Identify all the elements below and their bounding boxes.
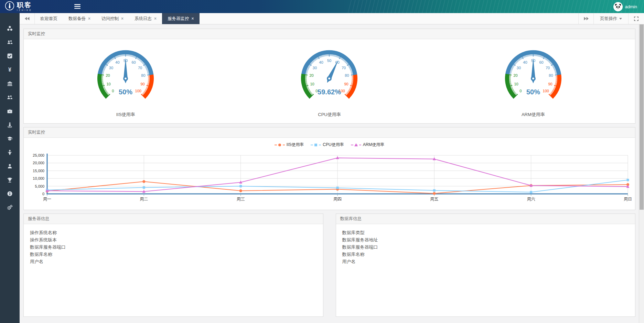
sidebar: ¥ [0,13,20,323]
sidebar-item-street-view[interactable] [0,118,20,132]
tab-label: 服务器监控 [168,16,189,22]
db-info-title: 数据库信息 [336,214,635,224]
db-info-item: 数据库服务器地址 [342,236,629,243]
tab-close-icon[interactable]: × [192,17,194,21]
tab-close-icon[interactable]: × [121,17,124,21]
svg-text:30: 30 [517,66,521,70]
tabs-scroll-right-button[interactable] [578,13,593,24]
legend-label: ARM使用率 [363,142,385,148]
svg-text:0: 0 [42,192,44,196]
gauge-row: 010203040506070809010050%IIS使用率010203040… [24,39,635,123]
svg-text:周六: 周六 [527,197,535,201]
street-view-icon [7,122,13,129]
svg-text:20: 20 [513,73,517,77]
legend-marker-icon [275,143,285,147]
svg-text:70: 70 [138,66,142,70]
tab-label: 数据备份 [68,16,86,22]
tab-数据备份[interactable]: 数据备份× [63,13,96,24]
line-chart-panel-title: 实时监控 [24,127,635,138]
line-chart-body: IIS使用率CPU使用率ARM使用率 05,00010,00015,00020,… [24,138,635,210]
db-info-item: 数据库服务器端口 [342,243,629,251]
tab-欢迎首页[interactable]: 欢迎首页 [35,13,63,24]
legend-item-IIS使用率[interactable]: IIS使用率 [275,142,304,148]
tab-label: 系统日志 [135,16,152,22]
gauge-chart: 010203040506070809010050% [83,44,169,102]
check-square-icon [7,53,13,60]
tab-operations-dropdown[interactable]: 页签操作 [593,13,628,24]
sidebar-item-cubes[interactable] [0,22,20,36]
info-icon [7,191,13,198]
legend-marker-icon [351,143,361,147]
sidebar-item-users[interactable] [0,36,20,50]
main-content: 实时监控 010203040506070809010050%IIS使用率0102… [20,24,639,323]
svg-text:60: 60 [132,60,136,64]
legend-marker-icon [311,143,321,147]
svg-text:30: 30 [313,66,317,70]
svg-text:周三: 周三 [236,197,245,201]
tabs-scroll-left-button[interactable] [20,13,35,24]
svg-text:50: 50 [327,59,331,63]
sidebar-item-user-group[interactable] [0,91,20,105]
tab-系统日志[interactable]: 系统日志× [129,13,162,24]
tab-close-icon[interactable]: × [88,17,90,21]
svg-text:25,000: 25,000 [33,153,44,157]
scrollbar-thumb[interactable] [640,24,644,210]
tab-close-icon[interactable]: × [154,17,157,21]
tab-list: 欢迎首页数据备份×访问控制×系统日志×服务器监控× [35,13,200,24]
user-menu[interactable]: admin [613,2,644,11]
sidebar-item-info[interactable] [0,187,20,201]
db-info-list: 数据库类型数据库服务器地址数据库服务器端口数据库名称用户名 [336,224,635,270]
hamburger-icon[interactable] [71,0,84,13]
svg-text:周一: 周一 [43,197,51,201]
user-avatar [613,2,623,11]
server-info-item: 用户名 [30,258,317,265]
sidebar-item-bank[interactable] [0,77,20,91]
server-info-list: 操作系统名称操作系统版本数据库服务器端口数据库名称用户名 [24,224,323,270]
chart-legend: IIS使用率CPU使用率ARM使用率 [25,142,634,148]
sidebar-item-gears[interactable] [0,201,20,215]
legend-item-CPU使用率[interactable]: CPU使用率 [311,142,344,148]
legend-item-ARM使用率[interactable]: ARM使用率 [351,142,385,148]
top-navbar: 职客 IZHIKE admin [0,0,644,13]
tab-访问控制[interactable]: 访问控制× [96,13,129,24]
tab-label: 访问控制 [101,16,119,22]
legend-label: CPU使用率 [323,142,344,148]
tabbar: 欢迎首页数据备份×访问控制×系统日志×服务器监控× 页签操作 [20,13,644,24]
sidebar-item-yen[interactable]: ¥ [0,63,20,77]
info-panels-row: 服务器信息 操作系统名称操作系统版本数据库服务器端口数据库名称用户名 数据库信息… [23,213,635,317]
app-logo[interactable]: 职客 IZHIKE [0,1,65,12]
server-info-item: 操作系统版本 [30,236,317,243]
svg-text:10,000: 10,000 [33,176,44,180]
child-icon [7,149,13,157]
tab-服务器监控[interactable]: 服务器监控× [162,13,200,24]
vertical-scrollbar[interactable] [639,24,644,323]
sidebar-item-child[interactable] [0,146,20,160]
gears-icon [7,205,13,212]
gauge-panel-title: 实时监控 [24,29,635,39]
fullscreen-button[interactable] [628,13,644,24]
sidebar-item-graduation-cap[interactable] [0,132,20,146]
svg-text:50%: 50% [526,88,540,96]
svg-text:70: 70 [342,66,346,70]
sidebar-item-check-square[interactable] [0,50,20,63]
svg-text:80: 80 [345,73,349,77]
trophy-icon [7,177,13,184]
server-info-item: 数据库服务器端口 [30,243,317,251]
fullscreen-icon [634,17,638,21]
server-info-item: 操作系统名称 [30,229,317,236]
svg-text:周四: 周四 [333,197,342,201]
svg-text:0: 0 [112,89,114,93]
svg-text:50%: 50% [119,88,132,96]
sidebar-item-trophy[interactable] [0,174,20,187]
svg-text:周五: 周五 [430,197,438,201]
svg-text:10: 10 [514,82,518,86]
gauge-chart: 010203040506070809010050% [490,44,576,102]
server-info-title: 服务器信息 [24,214,323,224]
line-chart-svg: 05,00010,00015,00020,00025,000周一周二周三周四周五… [27,152,632,206]
db-info-item: 数据库类型 [342,229,629,236]
sidebar-item-user[interactable] [0,160,20,174]
svg-text:80: 80 [141,73,145,77]
svg-text:59.62%: 59.62% [318,88,341,96]
sidebar-item-briefcase[interactable] [0,105,20,118]
svg-text:100: 100 [135,89,141,93]
